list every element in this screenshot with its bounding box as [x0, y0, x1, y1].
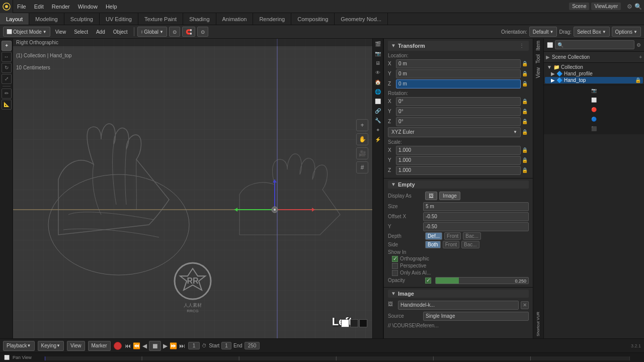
workspace-selector[interactable]: Scene	[569, 3, 589, 10]
tab-rendering[interactable]: Rendering	[253, 13, 291, 25]
rotation-x-input[interactable]: 0°	[396, 97, 521, 106]
depth-back-btn[interactable]: Bac...	[463, 232, 481, 240]
euler-lock-icon[interactable]: 🔒	[521, 128, 529, 136]
menu-edit[interactable]: Edit	[30, 0, 48, 13]
source-value[interactable]: Single Image	[423, 312, 529, 321]
image-section-header[interactable]: ▼ Image	[388, 290, 529, 298]
marker-menu[interactable]: Marker	[88, 341, 111, 351]
stop-btn[interactable]: ⏹	[149, 341, 161, 351]
jump-end-btn[interactable]: ⏭	[179, 342, 185, 349]
tree-item-collection[interactable]: ▼ 📁 Collection	[545, 64, 643, 70]
move-tool-icon[interactable]: ↔	[2, 52, 12, 62]
prop-icon-particles[interactable]: ✦	[373, 126, 382, 135]
measure-tool-icon[interactable]: 📐	[2, 100, 12, 110]
tab-modeling[interactable]: Modeling	[29, 13, 64, 25]
offset-x-input[interactable]: -0.50	[423, 212, 529, 221]
drag-selector[interactable]: Select Box ▼	[574, 27, 610, 37]
empty-section-header[interactable]: ▼ Empty	[388, 180, 529, 189]
outliner-icon-5[interactable]: ⬛	[590, 124, 599, 133]
loc-x-lock-icon[interactable]: 🔒	[521, 60, 529, 68]
scale-z-input[interactable]: 1.000	[396, 166, 521, 175]
image-name-value[interactable]: Handmodel-k...	[398, 301, 519, 310]
outliner-icon-2[interactable]: ⬜	[590, 96, 599, 105]
swatch-dark[interactable]	[350, 319, 358, 327]
prop-icon-physics[interactable]: ⚡	[373, 135, 382, 144]
side-back-btn[interactable]: Bac...	[461, 241, 479, 248]
swatch-darker[interactable]	[359, 319, 367, 327]
prop-icon-world[interactable]: 🌐	[373, 87, 382, 97]
sc-z-lock-icon[interactable]: 🔒	[521, 166, 529, 174]
viewport[interactable]: Right Orthographic (1) Collection | Hand…	[13, 39, 372, 339]
swatch-white[interactable]	[341, 319, 349, 327]
tab-uv-editing[interactable]: UV Editing	[100, 13, 138, 25]
depth-front-btn[interactable]: Front	[444, 232, 461, 240]
tree-item-hand-top[interactable]: ▶ 🔷 Hand_top 🔒	[545, 77, 643, 83]
keying-menu[interactable]: Keying ▼	[38, 341, 64, 351]
display-as-icon-btn[interactable]: 🖼	[425, 192, 437, 200]
frame-number-input[interactable]: 1	[188, 342, 200, 349]
snap-toggle[interactable]: 🧲	[182, 27, 195, 37]
prop-icon-modifiers[interactable]: 🔧	[373, 116, 382, 125]
grab-btn[interactable]: ✋	[356, 133, 368, 145]
image-clear-icon[interactable]: ✕	[521, 301, 529, 309]
loc-z-lock-icon[interactable]: 🔒	[521, 80, 529, 88]
outliner-options-icon[interactable]: ⚙	[636, 42, 641, 48]
select-menu[interactable]: Select	[71, 27, 91, 37]
sc-y-lock-icon[interactable]: 🔒	[521, 156, 529, 164]
prop-icon-scene[interactable]: 🎬	[373, 40, 382, 49]
play-back-btn[interactable]: ◀	[142, 342, 147, 349]
tree-item-hand-profile[interactable]: ▶ 🔷 Hand_profile	[545, 70, 643, 77]
proportional-edit[interactable]: ⊙	[197, 27, 208, 37]
scale-y-input[interactable]: 1.000	[396, 156, 521, 165]
image-type-icon[interactable]: 🖼	[388, 301, 396, 309]
side-front-btn[interactable]: Front	[443, 241, 459, 248]
hand-top-restrict-icon[interactable]: 🔒	[635, 77, 641, 83]
select-tool-icon[interactable]: ✦	[2, 41, 12, 51]
view-menu-tl[interactable]: View	[67, 341, 85, 351]
view-menu[interactable]: View	[52, 27, 69, 37]
transform-section-header[interactable]: ▼ Transform ⋮	[388, 41, 529, 51]
side-both-btn[interactable]: Both	[425, 241, 441, 248]
display-as-value[interactable]: Image	[439, 192, 460, 200]
transform-orientation[interactable]: ↕ Global ▼	[137, 27, 167, 37]
prop-icon-render[interactable]: 📷	[373, 49, 382, 58]
prop-icon-constraints[interactable]: 🔗	[373, 107, 382, 116]
outliner-icon-3[interactable]: 🔴	[590, 105, 599, 114]
tab-animation[interactable]: Animation	[216, 13, 254, 25]
record-btn[interactable]	[114, 342, 122, 350]
menu-window[interactable]: Window	[74, 0, 102, 13]
zoom-in-btn[interactable]: +	[356, 119, 368, 131]
scale-x-input[interactable]: 1.000	[396, 146, 521, 155]
tab-compositing[interactable]: Compositing	[291, 13, 335, 25]
rot-x-lock-icon[interactable]: 🔒	[521, 98, 529, 106]
outliner-filter-icon[interactable]: ⬜	[547, 42, 553, 48]
rotation-z-input[interactable]: 0°	[396, 117, 521, 126]
play-btn[interactable]: ▶	[163, 342, 168, 349]
playback-menu[interactable]: Playback ▼	[3, 341, 35, 351]
tab-layout[interactable]: Layout	[0, 13, 29, 25]
camera-btn[interactable]: 🎥	[356, 147, 368, 159]
search-icon[interactable]: 🔍	[634, 3, 642, 10]
jump-start-btn[interactable]: ⏮	[125, 342, 131, 349]
tab-shading[interactable]: Shading	[183, 13, 216, 25]
rotation-y-input[interactable]: 0°	[396, 107, 521, 116]
start-frame-input[interactable]: 1	[221, 342, 231, 349]
sidebar-tab-shortcut-vur[interactable]: Shortcut VUR	[535, 310, 541, 338]
outliner-search-input[interactable]	[555, 40, 634, 49]
rot-y-lock-icon[interactable]: 🔒	[521, 108, 529, 116]
grid-btn[interactable]: #	[356, 161, 368, 173]
persp-checkbox[interactable]	[392, 263, 398, 269]
outliner-icon-4[interactable]: 🔵	[590, 115, 599, 124]
depth-def-btn[interactable]: Def...	[425, 232, 442, 240]
sidebar-tab-view[interactable]: View	[534, 65, 542, 80]
prop-icon-view[interactable]: 👁	[373, 68, 382, 77]
rotate-tool-icon[interactable]: ↻	[2, 63, 12, 73]
tab-texture-paint[interactable]: Texture Paint	[138, 13, 183, 25]
prop-icon-output[interactable]: 🖥	[373, 59, 382, 68]
menu-file[interactable]: File	[13, 0, 30, 13]
transform-options-icon[interactable]: ⋮	[518, 42, 526, 50]
location-x-input[interactable]: 0 m	[396, 59, 521, 68]
scale-tool-icon[interactable]: ⤢	[2, 74, 12, 84]
offset-y-input[interactable]: -0.50	[423, 222, 529, 231]
options-btn[interactable]: Options ▼	[612, 27, 641, 37]
